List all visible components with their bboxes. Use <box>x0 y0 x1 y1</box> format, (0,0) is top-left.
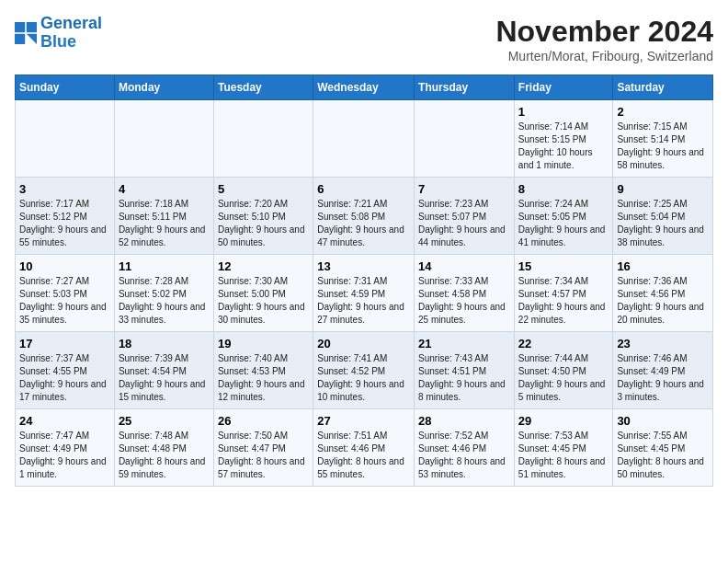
day-number: 9 <box>617 182 709 196</box>
day-info: Sunrise: 7:36 AMSunset: 4:56 PMDaylight:… <box>617 275 709 327</box>
calendar-cell: 3Sunrise: 7:17 AMSunset: 5:12 PMDaylight… <box>16 178 115 255</box>
day-info: Sunrise: 7:40 AMSunset: 4:53 PMDaylight:… <box>218 352 309 404</box>
day-number: 10 <box>19 259 110 273</box>
day-info: Sunrise: 7:17 AMSunset: 5:12 PMDaylight:… <box>19 198 110 249</box>
day-number: 19 <box>218 337 309 350</box>
calendar-week-1: 1Sunrise: 7:14 AMSunset: 5:15 PMDaylight… <box>16 100 713 178</box>
day-number: 2 <box>617 105 709 119</box>
day-number: 26 <box>218 414 309 428</box>
header-tuesday: Tuesday <box>213 75 313 100</box>
calendar-cell: 11Sunrise: 7:28 AMSunset: 5:02 PMDayligh… <box>114 255 213 332</box>
calendar-cell: 2Sunrise: 7:15 AMSunset: 5:14 PMDaylight… <box>613 100 713 178</box>
calendar-cell: 14Sunrise: 7:33 AMSunset: 4:58 PMDayligh… <box>415 255 515 332</box>
calendar-cell: 15Sunrise: 7:34 AMSunset: 4:57 PMDayligh… <box>514 255 613 332</box>
day-number: 23 <box>617 337 709 350</box>
calendar-week-3: 10Sunrise: 7:27 AMSunset: 5:03 PMDayligh… <box>16 255 713 332</box>
calendar-cell: 7Sunrise: 7:23 AMSunset: 5:07 PMDaylight… <box>415 178 515 255</box>
day-info: Sunrise: 7:53 AMSunset: 4:45 PMDaylight:… <box>518 430 609 481</box>
day-number: 28 <box>418 414 510 428</box>
day-info: Sunrise: 7:48 AMSunset: 4:48 PMDaylight:… <box>119 430 210 481</box>
calendar-cell: 16Sunrise: 7:36 AMSunset: 4:56 PMDayligh… <box>613 255 713 332</box>
day-number: 1 <box>518 105 609 119</box>
location: Murten/Morat, Fribourg, Switzerland <box>495 49 713 63</box>
calendar-cell: 10Sunrise: 7:27 AMSunset: 5:03 PMDayligh… <box>16 255 115 332</box>
day-number: 22 <box>518 337 609 350</box>
header-friday: Friday <box>514 75 613 100</box>
day-number: 3 <box>19 182 110 196</box>
calendar-cell: 25Sunrise: 7:48 AMSunset: 4:48 PMDayligh… <box>114 409 213 487</box>
calendar-cell <box>213 100 313 178</box>
month-title: November 2024 <box>495 15 713 49</box>
day-number: 24 <box>19 414 110 428</box>
calendar-header-row: Sunday Monday Tuesday Wednesday Thursday… <box>16 75 713 100</box>
day-number: 14 <box>418 259 510 273</box>
logo: General Blue <box>15 15 102 52</box>
header-monday: Monday <box>114 75 213 100</box>
day-info: Sunrise: 7:31 AMSunset: 4:59 PMDaylight:… <box>317 275 410 327</box>
day-info: Sunrise: 7:43 AMSunset: 4:51 PMDaylight:… <box>418 352 510 404</box>
calendar-cell <box>114 100 213 178</box>
day-info: Sunrise: 7:51 AMSunset: 4:46 PMDaylight:… <box>317 430 410 481</box>
calendar-cell: 24Sunrise: 7:47 AMSunset: 4:49 PMDayligh… <box>16 409 115 487</box>
day-info: Sunrise: 7:18 AMSunset: 5:11 PMDaylight:… <box>119 198 210 249</box>
day-number: 7 <box>418 182 510 196</box>
calendar-cell <box>16 100 115 178</box>
calendar-cell: 12Sunrise: 7:30 AMSunset: 5:00 PMDayligh… <box>213 255 313 332</box>
calendar-cell: 5Sunrise: 7:20 AMSunset: 5:10 PMDaylight… <box>213 178 313 255</box>
day-number: 25 <box>119 414 210 428</box>
svg-rect-1 <box>27 22 37 32</box>
logo-line2: Blue <box>40 32 76 51</box>
day-info: Sunrise: 7:47 AMSunset: 4:49 PMDaylight:… <box>19 430 110 481</box>
header-saturday: Saturday <box>613 75 713 100</box>
header-wednesday: Wednesday <box>313 75 415 100</box>
day-info: Sunrise: 7:44 AMSunset: 4:50 PMDaylight:… <box>518 352 609 404</box>
calendar-cell: 21Sunrise: 7:43 AMSunset: 4:51 PMDayligh… <box>415 332 515 409</box>
calendar-cell: 28Sunrise: 7:52 AMSunset: 4:46 PMDayligh… <box>415 409 515 487</box>
day-number: 20 <box>317 337 410 350</box>
calendar-week-4: 17Sunrise: 7:37 AMSunset: 4:55 PMDayligh… <box>16 332 713 409</box>
day-info: Sunrise: 7:50 AMSunset: 4:47 PMDaylight:… <box>218 430 309 481</box>
svg-rect-0 <box>15 22 25 32</box>
calendar-cell: 8Sunrise: 7:24 AMSunset: 5:05 PMDaylight… <box>514 178 613 255</box>
calendar-cell <box>415 100 515 178</box>
day-info: Sunrise: 7:21 AMSunset: 5:08 PMDaylight:… <box>317 198 410 249</box>
day-number: 4 <box>119 182 210 196</box>
logo-text: General Blue <box>40 15 102 52</box>
day-number: 8 <box>518 182 609 196</box>
day-info: Sunrise: 7:55 AMSunset: 4:45 PMDaylight:… <box>617 430 709 481</box>
calendar-cell: 29Sunrise: 7:53 AMSunset: 4:45 PMDayligh… <box>514 409 613 487</box>
logo-icon <box>15 22 37 44</box>
calendar-cell <box>313 100 415 178</box>
calendar-cell: 30Sunrise: 7:55 AMSunset: 4:45 PMDayligh… <box>613 409 713 487</box>
day-info: Sunrise: 7:33 AMSunset: 4:58 PMDaylight:… <box>418 275 510 327</box>
day-info: Sunrise: 7:25 AMSunset: 5:04 PMDaylight:… <box>617 198 709 249</box>
day-info: Sunrise: 7:37 AMSunset: 4:55 PMDaylight:… <box>19 352 110 404</box>
calendar-cell: 17Sunrise: 7:37 AMSunset: 4:55 PMDayligh… <box>16 332 115 409</box>
calendar-cell: 22Sunrise: 7:44 AMSunset: 4:50 PMDayligh… <box>514 332 613 409</box>
calendar-week-2: 3Sunrise: 7:17 AMSunset: 5:12 PMDaylight… <box>16 178 713 255</box>
day-info: Sunrise: 7:14 AMSunset: 5:15 PMDaylight:… <box>518 121 609 172</box>
day-info: Sunrise: 7:27 AMSunset: 5:03 PMDaylight:… <box>19 275 110 327</box>
day-number: 6 <box>317 182 410 196</box>
day-number: 21 <box>418 337 510 350</box>
day-info: Sunrise: 7:28 AMSunset: 5:02 PMDaylight:… <box>119 275 210 327</box>
header-thursday: Thursday <box>415 75 515 100</box>
day-info: Sunrise: 7:39 AMSunset: 4:54 PMDaylight:… <box>119 352 210 404</box>
day-info: Sunrise: 7:46 AMSunset: 4:49 PMDaylight:… <box>617 352 709 404</box>
calendar-week-5: 24Sunrise: 7:47 AMSunset: 4:49 PMDayligh… <box>16 409 713 487</box>
title-area: November 2024 Murten/Morat, Fribourg, Sw… <box>495 15 713 63</box>
day-number: 29 <box>518 414 609 428</box>
svg-rect-2 <box>15 34 25 44</box>
calendar-cell: 20Sunrise: 7:41 AMSunset: 4:52 PMDayligh… <box>313 332 415 409</box>
day-info: Sunrise: 7:15 AMSunset: 5:14 PMDaylight:… <box>617 121 709 172</box>
day-number: 11 <box>119 259 210 273</box>
calendar-cell: 19Sunrise: 7:40 AMSunset: 4:53 PMDayligh… <box>213 332 313 409</box>
day-number: 5 <box>218 182 309 196</box>
day-number: 15 <box>518 259 609 273</box>
day-number: 18 <box>119 337 210 350</box>
page-header: General Blue November 2024 Murten/Morat,… <box>15 15 713 63</box>
day-info: Sunrise: 7:20 AMSunset: 5:10 PMDaylight:… <box>218 198 309 249</box>
calendar-cell: 18Sunrise: 7:39 AMSunset: 4:54 PMDayligh… <box>114 332 213 409</box>
day-info: Sunrise: 7:30 AMSunset: 5:00 PMDaylight:… <box>218 275 309 327</box>
calendar-cell: 6Sunrise: 7:21 AMSunset: 5:08 PMDaylight… <box>313 178 415 255</box>
